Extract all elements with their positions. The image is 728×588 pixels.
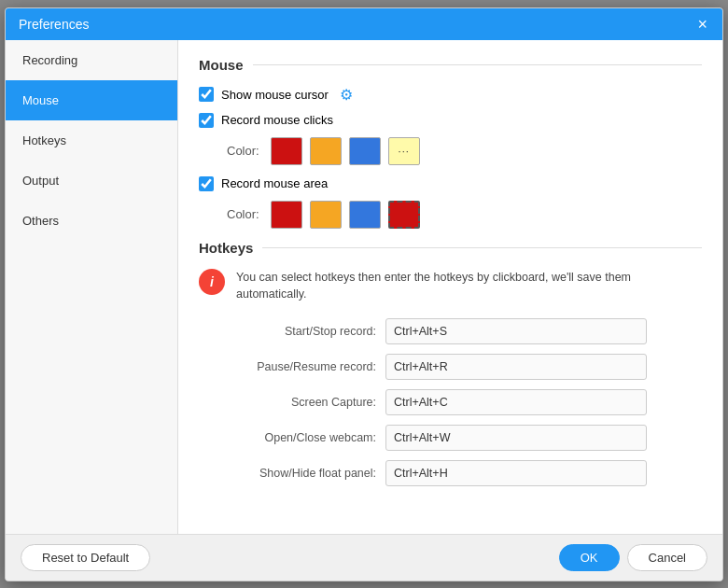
color-swatch-red-1[interactable] bbox=[271, 137, 302, 165]
color-swatch-orange-2[interactable] bbox=[310, 201, 342, 229]
record-clicks-checkbox[interactable] bbox=[199, 113, 214, 128]
preferences-dialog: Preferences × Recording Mouse Hotkeys Ou… bbox=[5, 7, 723, 581]
hotkey-input-webcam[interactable] bbox=[385, 425, 647, 451]
dialog-content: Recording Mouse Hotkeys Output Others Mo… bbox=[6, 40, 722, 534]
record-clicks-label: Record mouse clicks bbox=[221, 113, 333, 127]
show-cursor-row: Show mouse cursor ⚙ bbox=[199, 86, 702, 104]
footer-right: OK Cancel bbox=[559, 544, 707, 571]
clicks-color-row: Color: ··· bbox=[227, 137, 702, 165]
hotkey-input-screen-capture[interactable] bbox=[385, 389, 647, 415]
record-clicks-row: Record mouse clicks bbox=[199, 113, 702, 128]
hotkey-input-start-stop[interactable] bbox=[385, 318, 647, 344]
hotkey-row-float-panel: Show/Hide float panel: bbox=[199, 460, 702, 486]
hotkeys-section: Hotkeys i You can select hotkeys then en… bbox=[199, 240, 702, 487]
hotkeys-section-title: Hotkeys bbox=[199, 240, 702, 256]
color-swatch-red-2[interactable] bbox=[271, 201, 302, 229]
mouse-section-title: Mouse bbox=[199, 57, 702, 73]
ok-button[interactable]: OK bbox=[559, 544, 620, 571]
hotkey-row-webcam: Open/Close webcam: bbox=[199, 425, 702, 451]
record-area-checkbox[interactable] bbox=[199, 176, 214, 191]
sidebar: Recording Mouse Hotkeys Output Others bbox=[6, 40, 178, 534]
area-color-row: Color: bbox=[227, 201, 702, 229]
close-button[interactable]: × bbox=[695, 16, 709, 33]
sidebar-item-output[interactable]: Output bbox=[6, 161, 177, 201]
record-area-row: Record mouse area bbox=[199, 176, 702, 191]
hotkey-label-start-stop: Start/Stop record: bbox=[199, 325, 376, 338]
footer: Reset to Default OK Cancel bbox=[6, 534, 722, 581]
area-color-label: Color: bbox=[227, 207, 259, 221]
hotkey-label-webcam: Open/Close webcam: bbox=[199, 431, 376, 444]
hotkey-row-screen-capture: Screen Capture: bbox=[199, 389, 702, 415]
info-box: i You can select hotkeys then enter the … bbox=[199, 269, 702, 304]
title-bar: Preferences × bbox=[6, 8, 722, 40]
cancel-button[interactable]: Cancel bbox=[627, 544, 707, 571]
show-cursor-checkbox[interactable] bbox=[199, 87, 214, 102]
hotkey-input-float-panel[interactable] bbox=[385, 460, 647, 486]
hotkey-input-pause-resume[interactable] bbox=[385, 354, 647, 380]
color-swatch-orange-1[interactable] bbox=[310, 137, 342, 165]
show-cursor-label: Show mouse cursor bbox=[221, 88, 329, 102]
main-panel: Mouse Show mouse cursor ⚙ Record mouse c… bbox=[178, 40, 722, 534]
clicks-color-label: Color: bbox=[227, 144, 259, 158]
hotkey-label-screen-capture: Screen Capture: bbox=[199, 396, 376, 409]
color-swatch-blue-2[interactable] bbox=[349, 201, 381, 229]
info-icon: i bbox=[199, 269, 225, 295]
color-swatch-blue-1[interactable] bbox=[349, 137, 381, 165]
dialog-title: Preferences bbox=[19, 17, 89, 32]
color-more-button[interactable]: ··· bbox=[388, 137, 420, 165]
reset-button[interactable]: Reset to Default bbox=[21, 544, 150, 571]
sidebar-item-mouse[interactable]: Mouse bbox=[6, 80, 177, 120]
gear-icon[interactable]: ⚙ bbox=[340, 86, 353, 104]
record-area-label: Record mouse area bbox=[221, 176, 328, 190]
hotkey-row-start-stop: Start/Stop record: bbox=[199, 318, 702, 344]
hotkey-label-float-panel: Show/Hide float panel: bbox=[199, 467, 376, 480]
color-swatch-dotted[interactable] bbox=[388, 201, 420, 229]
hotkey-row-pause-resume: Pause/Resume record: bbox=[199, 354, 702, 380]
sidebar-item-hotkeys[interactable]: Hotkeys bbox=[6, 120, 177, 161]
info-text: You can select hotkeys then enter the ho… bbox=[236, 269, 702, 304]
hotkey-label-pause-resume: Pause/Resume record: bbox=[199, 360, 376, 373]
sidebar-item-others[interactable]: Others bbox=[6, 201, 177, 241]
sidebar-item-recording[interactable]: Recording bbox=[6, 40, 177, 80]
